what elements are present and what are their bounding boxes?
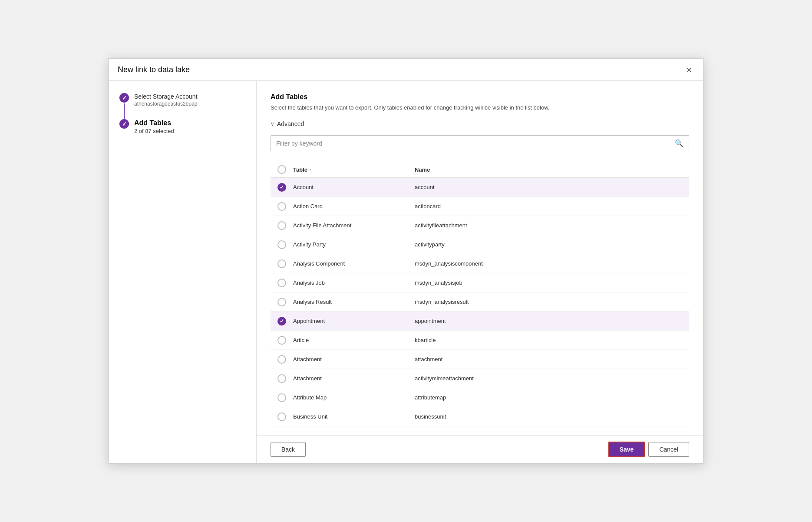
header-name-label: Name [415,166,430,173]
header-table-label: Table [293,166,307,173]
header-checkbox-col [271,165,293,174]
row-checkbox-col [271,298,293,306]
row-checkbox-col [271,336,293,345]
step2-check-icon [122,120,127,127]
row-radio[interactable] [277,355,286,364]
step-2: Add Tables 2 of 87 selected [119,119,246,134]
advanced-toggle[interactable]: ∨ Advanced [271,120,689,127]
dialog-body: Select Storage Account athenastorageeast… [109,81,703,464]
section-title: Add Tables [271,93,689,101]
row-checkbox-col [271,374,293,383]
dialog: New link to data lake × Select Storage A… [109,58,703,464]
row-name: kbarticle [415,332,689,348]
row-table-name: Business Unit [293,409,415,424]
dialog-footer: Back Save Cancel [257,435,703,463]
row-name: activityparty [415,237,689,252]
row-table-name: Activity Party [293,237,415,252]
dialog-title: New link to data lake [118,65,190,74]
row-radio[interactable] [277,393,286,402]
row-radio[interactable] [277,298,286,306]
row-table-name: Account [293,180,415,195]
header-table-col: Table ↑ [293,166,415,173]
row-table-name: Attachment [293,352,415,367]
table-row: Activity File Attachmentactivityfileatta… [271,216,689,235]
chevron-down-icon: ∨ [271,121,274,127]
header-name-col: Name [415,166,689,173]
filter-bar: 🔍 [271,135,689,151]
table-row: Analysis Componentmsdyn_analysiscomponen… [271,254,689,273]
table-row: Attachmentactivitymimeattachment [271,369,689,388]
step1-info: Select Storage Account athenastorageeast… [134,93,198,107]
row-checkbox-col [271,221,293,230]
section-desc: Select the tables that you want to expor… [271,103,689,112]
row-checkbox-col [271,183,293,192]
row-radio[interactable] [277,279,286,287]
table-row: Attribute Mapattributemap [271,388,689,407]
sidebar: Select Storage Account athenastorageeast… [109,81,257,464]
row-checkbox-col [271,355,293,364]
row-radio[interactable] [277,336,286,345]
table-container: Table ↑ Name AccountaccountAction Cardac… [271,162,689,426]
row-name: actioncard [415,199,689,214]
step1-line [124,103,125,119]
step-1: Select Storage Account athenastorageeast… [119,93,246,119]
table-header-row: Table ↑ Name [271,162,689,178]
dialog-header: New link to data lake × [109,59,703,81]
footer-right: Save Cancel [608,442,689,457]
step2-info: Add Tables 2 of 87 selected [134,119,174,134]
step1-check-icon [122,94,127,101]
back-button[interactable]: Back [271,442,306,457]
filter-input[interactable] [271,136,670,150]
row-checkbox-col [271,202,293,211]
row-table-name: Analysis Job [293,275,415,290]
row-radio[interactable] [277,240,286,249]
row-checkbox-col [271,412,293,421]
search-icon: 🔍 [675,140,683,147]
row-name: msdyn_analysiscomponent [415,256,689,271]
row-name: businessunit [415,409,689,424]
search-button[interactable]: 🔍 [670,136,689,151]
row-table-name: Attachment [293,371,415,386]
step1-connector [119,93,129,119]
row-checkbox-col [271,393,293,402]
row-checkbox-col [271,279,293,287]
main-content: Add Tables Select the tables that you wa… [257,81,703,464]
row-radio[interactable] [277,412,286,421]
step1-circle [119,93,129,103]
table-row: Accountaccount [271,178,689,197]
step1-label: Select Storage Account [134,93,198,100]
advanced-label: Advanced [277,120,304,127]
table-row: Analysis Jobmsdyn_analysisjob [271,273,689,293]
row-radio[interactable] [277,183,286,192]
step1-sublabel: athenastorageeastus2euap [134,101,198,107]
row-name: appointment [415,313,689,329]
table-row: Action Cardactioncard [271,197,689,216]
close-button[interactable]: × [684,65,694,75]
table-row: Appointmentappointment [271,312,689,331]
step2-circle [119,119,129,129]
row-table-name: Analysis Result [293,294,415,309]
sort-arrow-icon[interactable]: ↑ [309,167,312,172]
table-row: Articlekbarticle [271,331,689,350]
table-rows-container: AccountaccountAction CardactioncardActiv… [271,178,689,426]
save-button[interactable]: Save [608,442,645,457]
row-name: account [415,180,689,195]
row-name: msdyn_analysisresult [415,294,689,309]
row-table-name: Appointment [293,313,415,329]
header-radio[interactable] [277,165,286,174]
row-radio[interactable] [277,221,286,230]
row-radio[interactable] [277,374,286,383]
row-radio[interactable] [277,202,286,211]
row-table-name: Article [293,332,415,348]
step2-label: Add Tables [134,119,174,127]
row-radio[interactable] [277,259,286,268]
row-name: attachment [415,352,689,367]
row-table-name: Attribute Map [293,390,415,405]
main-scroll: Add Tables Select the tables that you wa… [257,81,703,436]
step2-connector [119,119,129,129]
row-table-name: Action Card [293,199,415,214]
row-radio[interactable] [277,317,286,326]
table-row: Attachmentattachment [271,350,689,369]
cancel-button[interactable]: Cancel [648,442,689,457]
row-name: activitymimeattachment [415,371,689,386]
